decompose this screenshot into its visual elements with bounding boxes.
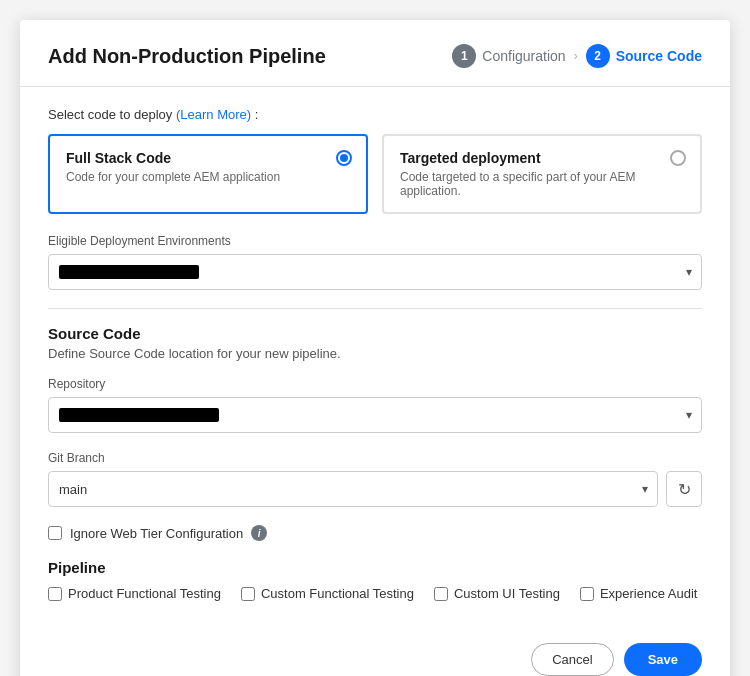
pipeline-checkboxes: Product Functional Testing Custom Functi… (48, 586, 702, 607)
product-functional-label: Product Functional Testing (68, 586, 221, 601)
step-1: 1 Configuration (452, 44, 565, 68)
web-tier-info-icon[interactable]: i (251, 525, 267, 541)
pipeline-item-custom-ui: Custom UI Testing (434, 586, 560, 601)
deployment-env-redacted (59, 265, 199, 279)
divider-1 (48, 308, 702, 309)
git-branch-group: Git Branch main ▾ ↻ (48, 451, 702, 507)
refresh-icon: ↻ (678, 480, 691, 499)
repository-redacted (59, 408, 219, 422)
dialog-title: Add Non-Production Pipeline (48, 45, 326, 68)
repository-select-wrapper: ▾ (48, 397, 702, 433)
web-tier-label: Ignore Web Tier Configuration (70, 526, 243, 541)
full-stack-code-option[interactable]: Full Stack Code Code for your complete A… (48, 134, 368, 214)
experience-audit-checkbox[interactable] (580, 587, 594, 601)
deployment-env-select-wrapper: ▾ (48, 254, 702, 290)
deployment-env-group: Eligible Deployment Environments ▾ (48, 234, 702, 290)
code-options: Full Stack Code Code for your complete A… (48, 134, 702, 214)
web-tier-checkbox[interactable] (48, 526, 62, 540)
step-2-label: Source Code (616, 48, 702, 64)
save-button[interactable]: Save (624, 643, 702, 676)
steps-chevron: › (574, 49, 578, 63)
product-functional-checkbox[interactable] (48, 587, 62, 601)
custom-ui-checkbox[interactable] (434, 587, 448, 601)
custom-ui-label: Custom UI Testing (454, 586, 560, 601)
deployment-env-select[interactable] (48, 254, 702, 290)
deployment-env-label: Eligible Deployment Environments (48, 234, 702, 248)
pipeline-section-label: Pipeline (48, 559, 702, 576)
repository-group: Repository ▾ (48, 377, 702, 433)
targeted-desc: Code targeted to a specific part of your… (400, 170, 684, 198)
source-code-subtext: Define Source Code location for your new… (48, 346, 702, 361)
add-pipeline-dialog: Add Non-Production Pipeline 1 Configurat… (20, 20, 730, 676)
web-tier-checkbox-row: Ignore Web Tier Configuration i (48, 525, 702, 541)
source-code-heading: Source Code (48, 325, 702, 342)
step-1-label: Configuration (482, 48, 565, 64)
full-stack-desc: Code for your complete AEM application (66, 170, 350, 184)
cancel-button[interactable]: Cancel (531, 643, 613, 676)
full-stack-radio[interactable] (336, 150, 352, 166)
git-branch-label: Git Branch (48, 451, 702, 465)
pipeline-item-experience-audit: Experience Audit (580, 586, 698, 601)
git-branch-refresh-button[interactable]: ↻ (666, 471, 702, 507)
dialog-body: Select code to deploy (Learn More) : Ful… (20, 87, 730, 627)
step-2-circle: 2 (586, 44, 610, 68)
git-branch-row: main ▾ ↻ (48, 471, 702, 507)
full-stack-title: Full Stack Code (66, 150, 350, 166)
dialog-header: Add Non-Production Pipeline 1 Configurat… (20, 20, 730, 87)
custom-functional-label: Custom Functional Testing (261, 586, 414, 601)
custom-functional-checkbox[interactable] (241, 587, 255, 601)
targeted-title: Targeted deployment (400, 150, 684, 166)
steps-indicator: 1 Configuration › 2 Source Code (452, 44, 702, 68)
repository-label: Repository (48, 377, 702, 391)
pipeline-item-product-functional: Product Functional Testing (48, 586, 221, 601)
repository-select[interactable] (48, 397, 702, 433)
git-branch-select-wrapper: main ▾ (48, 471, 658, 507)
code-selection-prompt: Select code to deploy (Learn More) : (48, 107, 702, 122)
targeted-radio[interactable] (670, 150, 686, 166)
git-branch-select[interactable]: main (48, 471, 658, 507)
dialog-footer: Cancel Save (20, 627, 730, 676)
step-2: 2 Source Code (586, 44, 702, 68)
pipeline-item-custom-functional: Custom Functional Testing (241, 586, 414, 601)
learn-more-link[interactable]: (Learn More) (176, 107, 255, 122)
experience-audit-label: Experience Audit (600, 586, 698, 601)
targeted-deployment-option[interactable]: Targeted deployment Code targeted to a s… (382, 134, 702, 214)
step-1-circle: 1 (452, 44, 476, 68)
